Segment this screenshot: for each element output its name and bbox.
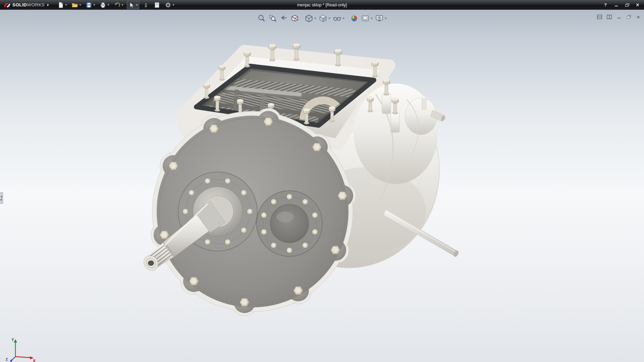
view-settings-icon: [375, 14, 384, 23]
open-icon: [71, 2, 78, 8]
main-toolbar: [56, 1, 175, 9]
file-properties-icon: [154, 2, 160, 8]
solidworks-logo-icon: [3, 2, 11, 8]
dropdown-arrow-icon[interactable]: [371, 18, 373, 19]
apply-scene-icon: [361, 14, 370, 23]
orientation-triad: Y X Z: [3, 337, 37, 362]
zoom-to-area-button[interactable]: [268, 14, 278, 23]
dropdown-arrow-icon[interactable]: [342, 18, 344, 19]
graphics-viewport[interactable]: × Y X Z *Dimetric: [0, 10, 644, 362]
view-settings-button[interactable]: [374, 14, 387, 23]
document-minimize-button[interactable]: [616, 14, 622, 20]
edit-appearance-button[interactable]: [349, 14, 359, 23]
document-restore-button[interactable]: [626, 14, 632, 20]
close-icon: ×: [636, 2, 639, 8]
minimize-button[interactable]: [612, 1, 620, 9]
split-pane-button[interactable]: [596, 14, 602, 20]
window-controls: ? ×: [602, 1, 642, 9]
hide-show-items-icon: [333, 14, 341, 23]
dropdown-arrow-icon[interactable]: [65, 4, 67, 6]
save-icon: [86, 2, 92, 8]
dropdown-arrow-icon[interactable]: [136, 4, 138, 6]
x-axis-label: X: [33, 359, 36, 362]
close-button[interactable]: ×: [634, 1, 641, 9]
document-title: menjac sklop * [Read-only]: [297, 0, 347, 10]
save-button[interactable]: [85, 1, 96, 9]
print-button[interactable]: [99, 1, 110, 9]
view-orientation-icon: [305, 14, 313, 23]
split-pane-vertical-button[interactable]: [606, 14, 612, 20]
dropdown-arrow-icon[interactable]: [79, 4, 81, 6]
dropdown-arrow-icon[interactable]: [93, 4, 95, 6]
minimize-icon: [618, 18, 621, 18]
document-window-controls: ×: [596, 14, 641, 20]
display-style-button[interactable]: [318, 14, 331, 23]
section-view-button[interactable]: [290, 14, 300, 23]
new-document-icon: [57, 2, 64, 8]
close-icon: ×: [637, 14, 640, 19]
select-icon: [128, 2, 135, 8]
previous-view-icon: [279, 14, 288, 23]
gearbox-3d-model[interactable]: [0, 10, 644, 362]
dropdown-arrow-icon[interactable]: [385, 18, 387, 19]
rebuild-icon: [143, 2, 149, 8]
dropdown-arrow-icon[interactable]: [314, 18, 316, 19]
dropdown-arrow-icon[interactable]: [172, 4, 174, 6]
dropdown-arrow-icon[interactable]: [328, 18, 330, 19]
previous-view-button[interactable]: [279, 14, 289, 23]
options-icon: [165, 2, 171, 8]
zoom-to-fit-button[interactable]: [257, 14, 267, 23]
featuremanager-flyout-handle[interactable]: [0, 192, 3, 204]
zoom-to-fit-icon: [257, 14, 266, 23]
titlebar[interactable]: SOLIDWORKS: [0, 0, 644, 10]
y-axis-arrow: [14, 339, 17, 343]
logo-solid: SOLID: [12, 2, 27, 7]
y-axis-label: Y: [11, 338, 14, 342]
rebuild-button[interactable]: [142, 1, 150, 9]
section-view-icon: [290, 14, 299, 23]
edit-appearance-icon: [350, 14, 359, 23]
minimize-icon: [615, 6, 618, 6]
menu-expand-icon[interactable]: [47, 4, 49, 6]
select-button[interactable]: [127, 1, 139, 9]
restore-icon: [625, 3, 629, 7]
help-button[interactable]: ?: [602, 1, 609, 9]
view-orientation-button[interactable]: [304, 14, 317, 23]
restore-button[interactable]: [623, 1, 631, 9]
zoom-to-area-icon: [268, 14, 277, 23]
bearing-cover[interactable]: [257, 191, 322, 256]
z-axis-label: Z: [6, 358, 8, 361]
options-button[interactable]: [164, 1, 175, 9]
expand-arrow-icon: [1, 199, 2, 201]
restore-icon: [627, 15, 631, 18]
split-horizontal-icon: [597, 15, 602, 19]
split-vertical-icon: [607, 15, 612, 19]
open-button[interactable]: [70, 1, 82, 9]
help-icon: ?: [604, 2, 607, 7]
headsup-view-toolbar: [257, 14, 387, 23]
solidworks-logo-text: SOLIDWORKS: [12, 2, 45, 7]
solidworks-logo: SOLIDWORKS: [2, 2, 45, 8]
undo-button[interactable]: [113, 1, 124, 9]
document-close-button[interactable]: ×: [635, 14, 641, 20]
apply-scene-button[interactable]: [360, 14, 373, 23]
display-style-icon: [319, 14, 327, 23]
collapse-arrow-icon: [1, 196, 2, 198]
logo-works: WORKS: [27, 2, 45, 7]
hide-show-items-button[interactable]: [332, 14, 345, 23]
new-document-button[interactable]: [56, 1, 68, 9]
print-icon: [100, 2, 106, 8]
file-properties-button[interactable]: [153, 1, 161, 9]
undo-icon: [114, 2, 120, 8]
dropdown-arrow-icon[interactable]: [121, 4, 123, 6]
dropdown-arrow-icon[interactable]: [107, 4, 109, 6]
